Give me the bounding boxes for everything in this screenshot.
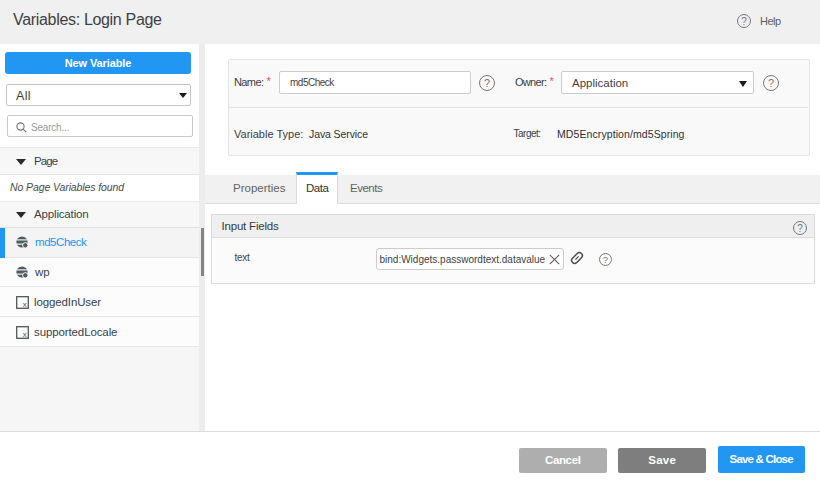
svg-text:x: x <box>23 300 27 309</box>
svg-text:x: x <box>23 330 27 339</box>
